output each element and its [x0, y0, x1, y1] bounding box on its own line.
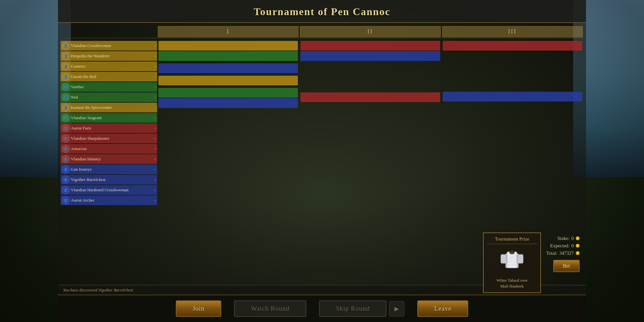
- avatar: 👤: [62, 42, 70, 50]
- match-group: [158, 41, 298, 62]
- participant-dash: -: [154, 156, 156, 162]
- match-bar: [300, 41, 440, 51]
- total-gold-icon: [576, 251, 580, 255]
- prize-icon: [497, 248, 526, 274]
- avatar: 👤: [62, 114, 70, 122]
- discovery-text: You have discovered Vigother Barrelchest: [63, 288, 133, 293]
- match-group: [158, 76, 298, 86]
- total-label: Total:: [546, 251, 557, 256]
- expected-value: 0: [572, 243, 574, 249]
- avatar: 👤: [62, 176, 70, 184]
- column-headers: I II III: [61, 25, 583, 38]
- participant-name: Vlandian Hardened Crossbowman: [71, 187, 152, 193]
- avatar: 👤: [62, 52, 70, 60]
- match-bar: [300, 51, 440, 61]
- participant-row[interactable]: 👤Amorcon-: [61, 144, 157, 154]
- bet-button[interactable]: Bet: [553, 260, 580, 272]
- participant-row[interactable]: 👤Aserai Archer-: [61, 195, 157, 205]
- participant-name: Kanizat the Spicevendor: [71, 105, 152, 110]
- participant-row[interactable]: 👤Vlandian Infantry-: [61, 154, 157, 164]
- total-value: 347327: [559, 251, 574, 256]
- participant-dash: -: [154, 177, 156, 182]
- participant-row[interactable]: 👤Vlandian Sergeant-: [61, 113, 157, 123]
- participant-dash: -: [154, 84, 156, 90]
- participant-row[interactable]: 👤Hespedia the Wanderer-: [61, 51, 157, 61]
- tournament-title: Tournament of Pen Cannoc: [58, 6, 586, 18]
- participant-dash: -: [154, 64, 156, 69]
- footer: Join Watch Round Skip Round ▶ Leave: [58, 295, 586, 322]
- participant-row[interactable]: 👤Gunteric-: [61, 62, 157, 71]
- total-row: Total: 347327: [546, 251, 580, 256]
- participant-dash: -: [154, 74, 156, 79]
- col-header-3: III: [442, 26, 583, 37]
- match-bar: [443, 41, 582, 51]
- stake-row: Stake: 0: [557, 236, 580, 241]
- round-1-col: [157, 41, 299, 282]
- avatar: 👤: [62, 83, 70, 91]
- match-group: [158, 63, 298, 74]
- avatar: 👤: [62, 73, 70, 80]
- prize-box: Tournament Prize: [483, 232, 541, 293]
- participant-name: Amorcon: [71, 146, 152, 151]
- participant-row[interactable]: 👤Aserai Faris-: [61, 123, 157, 133]
- leave-button[interactable]: Leave: [417, 300, 468, 317]
- match-bar: [300, 92, 440, 102]
- prize-panel: Tournament Prize: [483, 232, 580, 293]
- match-group: [443, 41, 582, 51]
- participant-name: Hespedia the Wanderer: [71, 53, 152, 59]
- participant-dash: -: [154, 126, 156, 131]
- participant-name: Vlandian Sergeant: [71, 115, 152, 120]
- avatar: 👤: [62, 135, 70, 142]
- match-bar: [158, 76, 298, 85]
- participant-dash: -: [154, 198, 156, 203]
- participant-row[interactable]: 👤Kanizat the Spicevendor-: [61, 103, 157, 112]
- stake-value: 0: [572, 236, 574, 241]
- skip-round-next-arrow[interactable]: ▶: [389, 301, 404, 317]
- watch-round-button[interactable]: Watch Round: [234, 300, 306, 317]
- join-button[interactable]: Join: [176, 300, 221, 317]
- expected-row: Expected: 0: [550, 243, 580, 249]
- avatar: 👤: [62, 124, 70, 132]
- match-bar: [158, 98, 298, 108]
- avatar: 👤: [62, 145, 70, 153]
- participant-name: Vanther: [71, 84, 152, 90]
- match-group: [158, 88, 298, 109]
- participant-name: Aserai Archer: [71, 198, 152, 203]
- avatar: 👤: [62, 155, 70, 163]
- participant-dash: -: [154, 53, 156, 59]
- col-header-empty: [61, 26, 156, 37]
- avatar: 👤: [62, 93, 70, 101]
- svg-rect-3: [501, 254, 507, 263]
- avatar: 👤: [62, 196, 70, 204]
- participant-row[interactable]: 👤Garain the Red-: [61, 72, 157, 81]
- match-bar: [158, 41, 298, 51]
- skip-round-button[interactable]: Skip Round: [319, 300, 386, 317]
- participant-row[interactable]: 👤Vlandian Crossbowman-: [61, 41, 157, 51]
- avatar: 👤: [62, 186, 70, 194]
- participant-name: Vlandian Infantry: [71, 156, 152, 162]
- skip-round-container: Skip Round ▶: [319, 300, 404, 317]
- avatar: 👤: [62, 62, 70, 70]
- expected-gold-icon: [576, 244, 580, 248]
- stake-area: Stake: 0 Expected: 0 Total: 347327 Bet: [546, 232, 580, 272]
- participants-list: 👤Vlandian Crossbowman-👤Hespedia the Wand…: [61, 41, 157, 282]
- participant-row[interactable]: 👤Ned-: [61, 92, 157, 102]
- col-header-2: II: [300, 26, 440, 37]
- participant-row[interactable]: 👤Gan Ironeye-: [61, 165, 157, 174]
- participant-row[interactable]: 👤Vigother Barrelchest-: [61, 175, 157, 185]
- participant-row[interactable]: 👤Vanther-: [61, 82, 157, 92]
- participant-dash: -: [154, 43, 156, 48]
- participant-dash: -: [154, 167, 156, 172]
- avatar: 👤: [62, 104, 70, 111]
- expected-label: Expected:: [550, 243, 570, 249]
- stake-label: Stake:: [557, 236, 570, 241]
- participant-name: Vlandian Sharpshooter: [71, 136, 152, 141]
- stake-gold-icon: [576, 236, 580, 240]
- participant-row[interactable]: 👤Vlandian Sharpshooter-: [61, 134, 157, 143]
- participant-dash: -: [154, 136, 156, 141]
- participant-row[interactable]: 👤Vlandian Hardened Crossbowman-: [61, 185, 157, 195]
- avatar: 👤: [62, 166, 70, 173]
- participant-dash: -: [154, 105, 156, 110]
- prize-name: White Tabard overMail Hauberk: [497, 278, 528, 289]
- match-bar: [443, 92, 582, 101]
